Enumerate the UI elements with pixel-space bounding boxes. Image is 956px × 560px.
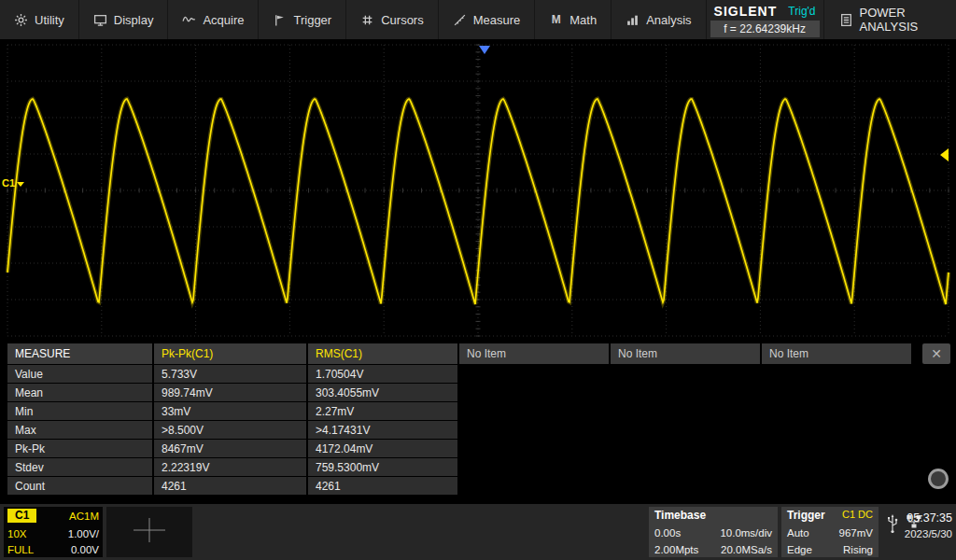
- timebase-delay: 0.00s: [654, 527, 681, 539]
- knob-icon: [928, 469, 949, 489]
- clock: 05:37:35 2023/5/30: [889, 511, 952, 539]
- channel-coupling: AC1M: [69, 511, 99, 522]
- channel-offset-arrow-icon: [17, 182, 24, 187]
- timebase-memory: 2.00Mpts: [654, 544, 698, 555]
- channel-bandwidth: FULL: [7, 544, 34, 555]
- display-icon: [93, 13, 107, 27]
- measure-header-slot-3[interactable]: No Item: [459, 343, 609, 364]
- waveform-icon: [182, 13, 196, 27]
- measurement-panel: MEASURE Pk-Pk(C1) RMS(C1) No Item No Ite…: [0, 343, 956, 504]
- trigger-level: 967mV: [839, 527, 873, 539]
- table-row: Min 33mV 2.27mV: [7, 402, 457, 420]
- measurement-rows: Value 5.733V 1.70504V Mean 989.74mV 303.…: [7, 365, 457, 496]
- stat-value: >8.500V: [154, 421, 306, 439]
- top-menu-bar: Utility Display Acquire Trigger: [0, 0, 956, 39]
- table-row: Count 4261 4261: [7, 477, 457, 495]
- scope-grid-and-trace: [0, 39, 956, 343]
- menu-label: Analysis: [646, 13, 691, 27]
- math-icon: M: [549, 13, 563, 26]
- table-row: Pk-Pk 8467mV 4172.04mV: [7, 440, 457, 457]
- close-icon[interactable]: ✕: [922, 343, 950, 364]
- stat-value: 1.70504V: [308, 365, 457, 383]
- trigger-status: Trig'd: [788, 5, 815, 18]
- menu-display[interactable]: Display: [79, 0, 169, 39]
- timebase-scale: 10.0ms/div: [720, 527, 772, 539]
- measure-header-slot-2[interactable]: RMS(C1): [308, 343, 457, 364]
- waveform-display-area[interactable]: C1: [0, 39, 956, 343]
- channel-offset: 0.00V: [71, 544, 99, 555]
- menu-acquire[interactable]: Acquire: [168, 0, 259, 39]
- stat-label: Min: [7, 402, 152, 420]
- stat-value: 4261: [154, 477, 306, 495]
- stat-value: 4172.04mV: [308, 440, 457, 457]
- channel-1-descriptor[interactable]: C1 AC1M 10X 1.00V/ FULL 0.00V: [4, 507, 103, 557]
- stat-value: 4261: [308, 477, 457, 495]
- time-display: 05:37:35: [889, 511, 952, 525]
- table-row: Max >8.500V >4.17431V: [7, 421, 457, 439]
- timebase-descriptor[interactable]: Timebase 0.00s 10.0ms/div 2.00Mpts 20.0M…: [649, 507, 778, 557]
- stat-label: Count: [7, 477, 152, 495]
- menu-utility[interactable]: Utility: [0, 0, 79, 39]
- measure-header-slot-4[interactable]: No Item: [611, 343, 760, 364]
- power-analysis-label: POWER ANALYSIS: [860, 6, 941, 34]
- stat-value: 989.74mV: [154, 384, 306, 401]
- menu-label: Measure: [473, 13, 521, 27]
- stat-value: >4.17431V: [308, 421, 457, 439]
- measure-icon: [453, 13, 467, 27]
- menu-measure[interactable]: Measure: [439, 0, 536, 39]
- cursors-icon: [360, 13, 374, 27]
- menu-math[interactable]: M Math: [535, 0, 612, 39]
- stat-label: Pk-Pk: [7, 440, 152, 457]
- stat-label: Mean: [7, 384, 152, 401]
- channel-offset-marker[interactable]: C1: [2, 177, 24, 189]
- measurement-header-row: MEASURE Pk-Pk(C1) RMS(C1) No Item No Ite…: [7, 343, 911, 364]
- measure-header-slot-5[interactable]: No Item: [762, 343, 911, 364]
- menu-label: Math: [569, 13, 597, 27]
- timebase-title: Timebase: [654, 509, 706, 522]
- trigger-title: Trigger: [787, 509, 825, 522]
- stat-label: Value: [7, 365, 152, 383]
- brand-block: SIGLENT Trig'd f = 22.64239kHz: [707, 0, 823, 39]
- menu-power-analysis[interactable]: POWER ANALYSIS: [823, 0, 956, 39]
- menu-trigger[interactable]: Trigger: [259, 0, 346, 39]
- table-row: Mean 989.74mV 303.4055mV: [7, 384, 457, 401]
- date-display: 2023/5/30: [889, 528, 952, 539]
- bottom-status-bar: C1 AC1M 10X 1.00V/ FULL 0.00V Timebase 0…: [0, 504, 956, 560]
- trigger-source: C1 DC: [842, 509, 873, 522]
- menu-label: Display: [114, 13, 154, 27]
- stat-value: 2.27mV: [308, 402, 457, 420]
- channel-scale: 1.00V/: [68, 528, 99, 539]
- channel-offset-label: C1: [2, 177, 15, 189]
- stat-value: 759.5300mV: [308, 458, 457, 476]
- timebase-samplerate: 20.0MSa/s: [721, 544, 772, 555]
- stat-label: Max: [7, 421, 152, 439]
- table-row: Stdev 2.22319V 759.5300mV: [7, 458, 457, 476]
- stat-value: 8467mV: [154, 440, 306, 457]
- stat-label: Stdev: [7, 458, 152, 476]
- gear-icon: [14, 13, 28, 27]
- analysis-icon: [626, 13, 640, 27]
- menu-label: Cursors: [381, 13, 424, 27]
- power-analysis-icon: [839, 13, 853, 27]
- stat-value: 5.733V: [154, 365, 306, 383]
- channel-badge: C1: [7, 509, 36, 523]
- stat-value: 303.4055mV: [308, 384, 457, 401]
- siglent-logo: SIGLENT: [714, 4, 778, 19]
- measure-header-slot-1[interactable]: Pk-Pk(C1): [154, 343, 306, 364]
- menu-analysis[interactable]: Analysis: [612, 0, 706, 39]
- table-row: Value 5.733V 1.70504V: [7, 365, 457, 383]
- stat-value: 2.22319V: [154, 458, 306, 476]
- trigger-descriptor[interactable]: Trigger C1 DC Auto 967mV Edge Rising: [781, 507, 879, 557]
- menu-label: Utility: [35, 13, 64, 27]
- menu-label: Acquire: [203, 13, 244, 27]
- oscilloscope-screen: Utility Display Acquire Trigger: [0, 0, 956, 560]
- crosshair-icon: [130, 511, 169, 553]
- measure-header-title: MEASURE: [7, 343, 152, 364]
- flag-icon: [273, 13, 287, 27]
- menu-cursors[interactable]: Cursors: [346, 0, 439, 39]
- trigger-mode: Auto: [787, 527, 809, 539]
- trigger-type: Edge: [787, 544, 812, 555]
- menu-label: Trigger: [293, 13, 331, 27]
- trigger-frequency: f = 22.64239kHz: [710, 21, 820, 37]
- stat-value: 33mV: [154, 402, 306, 420]
